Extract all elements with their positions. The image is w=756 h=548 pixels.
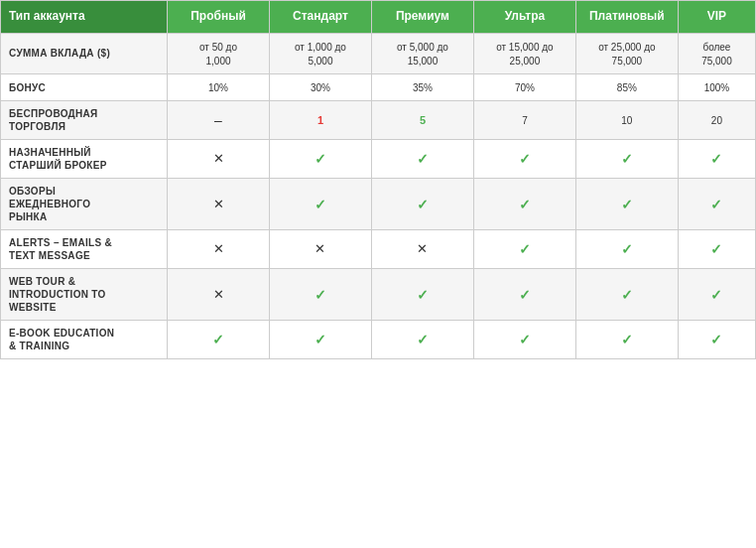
table-row: НАЗНАЧЕННЫЙСТАРШИЙ БРОКЕР✕✓✓✓✓✓ [1,140,756,179]
cell-vip: ✓ [678,230,755,269]
row-label: WEB TOUR &INTRODUCTION TOWEBSITE [1,269,168,321]
cell-value: 35% [413,82,433,93]
cell-standard: 30% [269,74,371,101]
cell-trial: 10% [168,74,270,101]
cell-value: от 15,000 до25,000 [496,42,553,67]
cell-trial: ✕ [168,179,270,230]
cell-platinum: ✓ [575,140,678,179]
cross-icon: ✕ [213,241,224,256]
cell-standard: 1 [269,101,371,140]
cell-trial: ✕ [168,140,270,179]
row-label: НАЗНАЧЕННЫЙСТАРШИЙ БРОКЕР [1,140,168,179]
check-icon: ✓ [519,287,531,303]
table-row: WEB TOUR &INTRODUCTION TOWEBSITE✕✓✓✓✓✓ [1,269,756,321]
dash-icon: – [214,112,222,128]
cell-vip: ✓ [678,140,755,179]
cell-value: от 25,000 до75,000 [598,42,655,67]
cross-icon: ✕ [213,287,224,302]
cell-platinum: ✓ [575,321,678,359]
check-icon: ✓ [417,287,429,303]
cell-standard: от 1,000 до5,000 [269,33,371,74]
cell-vip: 20 [678,101,755,140]
cell-platinum: 10 [575,101,678,140]
header-platinum: Платиновый [575,1,678,34]
cell-premium: ✓ [371,321,473,359]
row-label: ALERTS – EMAILS &TEXT MESSAGE [1,230,168,269]
cell-trial: – [168,101,270,140]
header-vip: VIP [678,1,755,34]
row-label: БЕСПРОВОДНАЯТОРГОВЛЯ [1,101,168,140]
cell-ultra: от 15,000 до25,000 [473,33,575,74]
check-icon: ✓ [710,151,722,167]
row-label: БОНУС [1,74,168,101]
check-icon: ✓ [710,197,722,212]
check-icon: ✓ [417,151,429,167]
check-icon: ✓ [315,287,326,303]
cell-value: 30% [311,82,330,93]
cross-icon: ✕ [213,197,224,211]
table-row: БОНУС10%30%35%70%85%100% [1,74,756,101]
row-label: ОБЗОРЫЕЖЕДНЕВНОГОРЫНКА [1,179,168,230]
cell-premium: ✓ [371,179,473,230]
table-header: Тип аккаунта Пробный Стандарт Премиум Ул… [1,1,756,34]
check-icon: ✓ [621,332,633,347]
cell-ultra: ✓ [473,269,575,321]
cell-value: 70% [515,82,535,93]
check-icon: ✓ [710,287,722,303]
cell-vip: ✓ [678,321,755,359]
cell-vip: ✓ [678,269,755,321]
check-icon: ✓ [621,197,633,212]
cell-premium: 35% [371,74,473,101]
header-trial: Пробный [168,1,270,34]
cell-ultra: 7 [473,101,575,140]
cell-premium: ✓ [371,140,473,179]
cell-premium: ✓ [371,269,473,321]
cross-icon: ✕ [315,241,325,256]
check-icon: ✓ [621,241,633,257]
cell-standard: ✕ [269,230,371,269]
cell-vip: ✓ [678,179,755,230]
cell-trial: ✕ [168,269,270,321]
cell-premium: ✕ [371,230,473,269]
cell-value: 100% [704,82,730,93]
check-icon: ✓ [315,197,326,212]
cell-platinum: от 25,000 до75,000 [575,33,678,74]
cell-standard: ✓ [269,321,371,359]
table-row: ALERTS – EMAILS &TEXT MESSAGE✕✕✕✓✓✓ [1,230,756,269]
cell-ultra: ✓ [473,230,575,269]
cell-trial: ✕ [168,230,270,269]
cell-platinum: ✓ [575,269,678,321]
check-icon: ✓ [519,197,531,212]
cell-value: от 50 до1,000 [199,42,237,67]
row-label: E-BOOK EDUCATION& TRAINING [1,321,168,359]
cell-platinum: ✓ [575,179,678,230]
cross-icon: ✕ [213,151,224,166]
cell-value: 7 [522,115,528,126]
table-row: E-BOOK EDUCATION& TRAINING✓✓✓✓✓✓ [1,321,756,359]
check-icon: ✓ [621,151,633,167]
cross-icon: ✕ [417,241,428,256]
check-icon: ✓ [519,332,531,347]
cell-value: 20 [711,115,722,126]
cell-value: 10 [621,115,632,126]
cell-platinum: 85% [575,74,678,101]
cell-trial: от 50 до1,000 [168,33,270,74]
cell-value: 10% [208,82,228,93]
header-premium: Премиум [371,1,473,34]
cell-ultra: ✓ [473,321,575,359]
check-icon: ✓ [212,332,224,347]
cell-vip: более75,000 [678,33,755,74]
check-icon: ✓ [710,241,722,257]
cell-value: 5 [420,114,426,126]
cell-value: более75,000 [701,42,732,67]
header-type: Тип аккаунта [1,1,168,34]
cell-ultra: 70% [473,74,575,101]
cell-vip: 100% [678,74,755,101]
cell-standard: ✓ [269,179,371,230]
cell-standard: ✓ [269,269,371,321]
cell-premium: от 5,000 до15,000 [371,33,473,74]
check-icon: ✓ [315,151,326,167]
cell-value: 1 [317,114,323,126]
cell-value: 85% [617,82,637,93]
cell-standard: ✓ [269,140,371,179]
